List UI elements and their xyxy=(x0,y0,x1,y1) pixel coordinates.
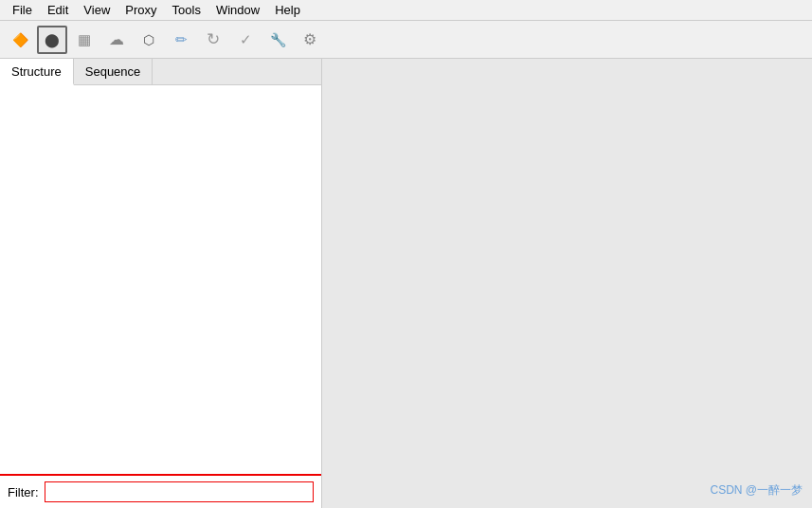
menu-window[interactable]: Window xyxy=(208,2,267,18)
filter-input[interactable] xyxy=(45,481,315,502)
tab-sequence[interactable]: Sequence xyxy=(74,59,153,84)
table-icon xyxy=(78,31,91,48)
tree-area[interactable] xyxy=(0,85,321,474)
watermark: CSDN @一醉一梦 xyxy=(710,482,803,499)
menu-tools[interactable]: Tools xyxy=(165,2,208,18)
toolbar xyxy=(0,21,812,59)
check-icon xyxy=(240,31,252,48)
circle-icon xyxy=(45,31,60,48)
menu-edit[interactable]: Edit xyxy=(40,2,76,18)
left-panel: Structure Sequence Filter: xyxy=(0,59,322,508)
filter-bar: Filter: xyxy=(0,474,321,508)
menu-view[interactable]: View xyxy=(76,2,117,18)
orange-arrow-icon xyxy=(12,31,28,48)
toolbar-orange-arrow-button[interactable] xyxy=(5,26,35,54)
hexagon-icon xyxy=(143,31,154,48)
menu-file[interactable]: File xyxy=(5,2,40,18)
cloud-icon xyxy=(109,30,124,48)
toolbar-refresh-button[interactable] xyxy=(198,26,228,54)
toolbar-hexagon-button[interactable] xyxy=(134,26,164,54)
main-content: Structure Sequence Filter: xyxy=(0,59,812,508)
tabs: Structure Sequence xyxy=(0,59,321,85)
refresh-icon xyxy=(207,29,220,49)
menu-bar: File Edit View Proxy Tools Window Help xyxy=(0,0,812,21)
tools-icon xyxy=(270,31,286,48)
pencil-icon xyxy=(175,31,188,48)
toolbar-tools-button[interactable] xyxy=(262,26,293,54)
gear-icon xyxy=(303,30,316,48)
filter-label: Filter: xyxy=(8,485,39,499)
menu-help[interactable]: Help xyxy=(267,2,308,18)
menu-proxy[interactable]: Proxy xyxy=(117,2,164,18)
right-panel xyxy=(322,59,812,508)
toolbar-gear-button[interactable] xyxy=(295,26,325,54)
toolbar-check-button[interactable] xyxy=(230,26,261,54)
toolbar-table-button[interactable] xyxy=(69,26,99,54)
toolbar-pencil-button[interactable] xyxy=(166,26,196,54)
tab-structure[interactable]: Structure xyxy=(0,59,74,85)
toolbar-cloud-button[interactable] xyxy=(101,26,132,54)
toolbar-circle-button[interactable] xyxy=(37,26,67,54)
